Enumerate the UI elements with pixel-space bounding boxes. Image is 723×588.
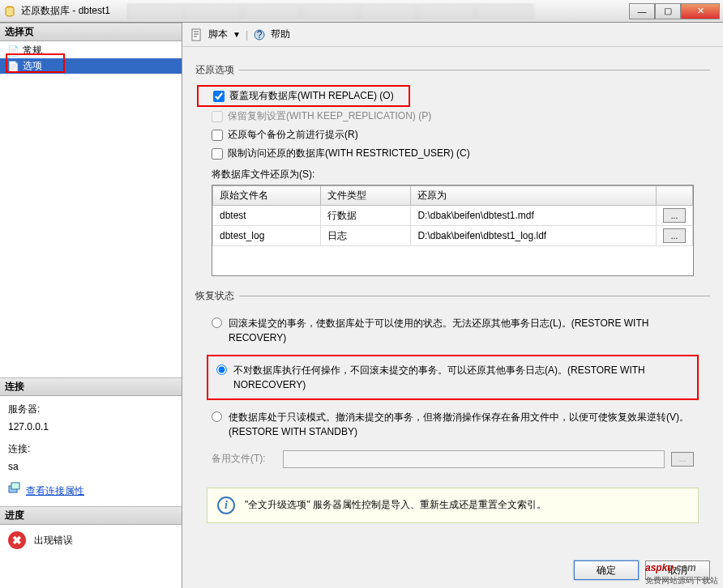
connection-value: sa: [8, 458, 173, 476]
restore-files-table: 原始文件名 文件类型 还原为 dbtest 行数据 D:\dbak\beifen…: [212, 185, 694, 276]
restricted-row: 限制访问还原的数据库(WITH RESTRICTED_USER) (C): [195, 144, 710, 163]
database-icon: [3, 5, 16, 18]
script-icon: [190, 28, 203, 41]
col-original[interactable]: 原始文件名: [213, 186, 321, 206]
sidebar-item-general[interactable]: 📄 常规: [0, 43, 182, 58]
cell-path[interactable]: D:\dbak\beifen\dbtest1.mdf: [411, 206, 657, 226]
prompt-each-checkbox[interactable]: [212, 130, 223, 141]
chevron-down-icon[interactable]: ▼: [233, 30, 241, 39]
overwrite-checkbox-row: 覆盖现有数据库(WITH REPLACE) (O): [197, 85, 410, 107]
highlight-annotation: 不对数据库执行任何操作，不回滚未提交的事务。可以还原其他事务日志(A)。(RES…: [207, 355, 699, 400]
norecovery-label[interactable]: 不对数据库执行任何操作，不回滚未提交的事务。可以还原其他事务日志(A)。(RES…: [233, 363, 689, 392]
recovery-radio-row: 回滚未提交的事务，使数据库处于可以使用的状态。无法还原其他事务日志(L)。(RE…: [195, 311, 710, 350]
col-type[interactable]: 文件类型: [320, 186, 411, 206]
standby-file-row: 备用文件(T): ...: [195, 444, 710, 475]
prompt-each-row: 还原每个备份之前进行提示(R): [195, 126, 710, 144]
help-button[interactable]: 帮助: [271, 28, 290, 41]
restricted-label[interactable]: 限制访问还原的数据库(WITH RESTRICTED_USER) (C): [228, 147, 470, 160]
standby-radio[interactable]: [212, 411, 222, 422]
toolbar: 脚本 ▼ | ? 帮助: [182, 23, 723, 47]
progress-header: 进度: [0, 506, 182, 525]
page-icon: 📄: [6, 45, 19, 58]
overwrite-checkbox[interactable]: [213, 91, 225, 102]
select-page-header: 选择页: [0, 23, 182, 41]
main-panel: 脚本 ▼ | ? 帮助 还原选项 覆盖现有数据库(WITH REPLACE) (…: [182, 23, 723, 588]
script-button[interactable]: 脚本: [208, 28, 228, 41]
keep-replication-checkbox: [212, 111, 223, 122]
sidebar-item-options[interactable]: 📄 选项: [0, 58, 182, 74]
table-row[interactable]: dbtest_log 日志 D:\dbak\beifen\dbtest1_log…: [213, 226, 693, 246]
standby-label[interactable]: 使数据库处于只读模式。撤消未提交的事务，但将撤消操作保存在备用文件中，以便可使恢…: [229, 410, 694, 439]
browse-button[interactable]: ...: [663, 228, 686, 243]
info-text: "全文升级选项" 服务器属性控制是导入、重新生成还是重置全文索引。: [245, 498, 546, 512]
browse-button: ...: [671, 452, 694, 467]
connection-info: 服务器: 127.0.0.1 连接: sa 查看连接属性: [0, 396, 182, 506]
connection-header: 连接: [0, 377, 182, 396]
standby-radio-row: 使数据库处于只读模式。撤消未提交的事务，但将撤消操作保存在备用文件中，以便可使恢…: [195, 405, 710, 444]
connection-label: 连接:: [8, 441, 173, 458]
recovery-label[interactable]: 回滚未提交的事务，使数据库处于可以使用的状态。无法还原其他事务日志(L)。(RE…: [229, 316, 694, 345]
restore-options-group: 还原选项 覆盖现有数据库(WITH REPLACE) (O) 保留复制设置(WI…: [195, 63, 710, 276]
dialog-footer: 确定 取消: [574, 560, 710, 580]
cell-path[interactable]: D:\dbak\beifen\dbtest1_log.ldf: [411, 226, 657, 246]
svg-text:?: ?: [257, 29, 263, 40]
ok-button[interactable]: 确定: [574, 560, 639, 580]
prompt-each-label[interactable]: 还原每个备份之前进行提示(R): [228, 128, 358, 142]
norecovery-radio[interactable]: [216, 364, 227, 375]
view-connection-properties-link[interactable]: 查看连接属性: [26, 483, 84, 501]
info-icon: i: [217, 496, 235, 514]
table-header-row: 原始文件名 文件类型 还原为: [213, 186, 693, 206]
restore-as-label: 将数据库文件还原为(S):: [195, 163, 710, 185]
server-value: 127.0.0.1: [8, 419, 173, 437]
properties-icon: [8, 482, 21, 501]
restore-options-legend: 还原选项: [195, 63, 239, 77]
server-label: 服务器:: [8, 401, 173, 419]
info-bar: i "全文升级选项" 服务器属性控制是导入、重新生成还是重置全文索引。: [207, 488, 699, 523]
svg-rect-3: [192, 29, 200, 40]
help-icon: ?: [253, 28, 266, 41]
table-row[interactable]: dbtest 行数据 D:\dbak\beifen\dbtest1.mdf ..…: [213, 206, 693, 226]
error-icon: ✖: [8, 531, 26, 549]
sidebar-item-label: 选项: [23, 59, 42, 73]
recovery-radio[interactable]: [212, 317, 222, 328]
svg-rect-2: [11, 483, 19, 489]
standby-file-input: [283, 450, 665, 468]
recovery-state-group: 恢复状态 回滚未提交的事务，使数据库处于可以使用的状态。无法还原其他事务日志(L…: [195, 289, 710, 475]
keep-replication-row: 保留复制设置(WITH KEEP_REPLICATION) (P): [195, 107, 710, 126]
background-tabs: [126, 3, 629, 19]
page-icon: 📄: [6, 60, 19, 73]
norecovery-radio-row: 不对数据库执行任何操作，不回滚未提交的事务。可以还原其他事务日志(A)。(RES…: [212, 360, 694, 395]
standby-file-label: 备用文件(T):: [212, 452, 276, 466]
restricted-checkbox[interactable]: [212, 148, 223, 160]
keep-replication-label: 保留复制设置(WITH KEEP_REPLICATION) (P): [228, 109, 431, 123]
cell-name: dbtest: [213, 206, 321, 226]
cell-name: dbtest_log: [213, 226, 321, 246]
cancel-button[interactable]: 取消: [645, 560, 710, 580]
window-controls: — ▢ ✕: [629, 3, 720, 19]
progress-text: 出现错误: [34, 534, 73, 548]
cell-type: 日志: [320, 226, 411, 246]
cell-type: 行数据: [320, 206, 411, 226]
minimize-button[interactable]: —: [629, 3, 655, 19]
overwrite-label[interactable]: 覆盖现有数据库(WITH REPLACE) (O): [229, 89, 394, 103]
sidebar-item-label: 常规: [23, 44, 42, 58]
window-title: 还原数据库 - dbtest1: [21, 4, 110, 18]
titlebar: 还原数据库 - dbtest1 — ▢ ✕: [0, 0, 723, 23]
sidebar: 选择页 📄 常规 📄 选项 连接 服务器: 127.0.0.1 连接: sa: [0, 23, 182, 588]
col-restore-as[interactable]: 还原为: [411, 186, 657, 206]
recovery-state-legend: 恢复状态: [195, 289, 239, 303]
maximize-button[interactable]: ▢: [655, 3, 681, 19]
progress-status: ✖ 出现错误: [0, 525, 182, 556]
close-button[interactable]: ✕: [681, 3, 720, 19]
browse-button[interactable]: ...: [663, 208, 686, 223]
